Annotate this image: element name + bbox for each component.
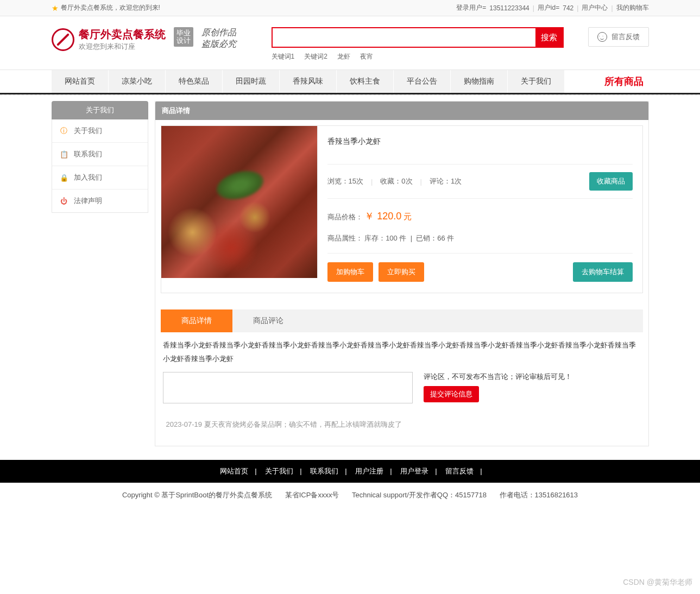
keyword-link[interactable]: 夜宵 [360,52,373,61]
welcome-text: 餐厅外卖点餐系统，欢迎您的到来! [61,3,160,12]
price-value: 120.0 [377,211,401,222]
site-title: 餐厅外卖点餐系统 [79,27,166,42]
buy-now-button[interactable]: 立即购买 [379,262,424,282]
sidebar-item-join[interactable]: 🔒 加入我们 [52,166,148,189]
clipboard-icon: 📋 [60,150,68,159]
divider [0,94,700,96]
sidebar: 关于我们 ⓘ 关于我们 📋 联系我们 🔒 加入我们 ⏻ 法律声明 [52,101,148,446]
nav-bar: 网站首页 凉菜小吃 特色菜品 田园时蔬 香辣风味 饮料主食 平台公告 购物指南 … [0,69,700,94]
nav-spicy[interactable]: 香辣风味 [280,70,336,93]
slogan: 原创作品 盗版必究 [201,27,236,50]
user-center-link[interactable]: 用户中心 [582,3,608,12]
author-phone: 作者电话：13516821613 [500,491,578,499]
logo-area[interactable]: 餐厅外卖点餐系统 欢迎您到来和订座 [52,27,166,52]
fav-count: 0次 [401,177,412,185]
price-row: 商品价格： ￥ 120.0 元 [327,210,633,223]
sidebar-item-contact[interactable]: 📋 联系我们 [52,143,148,166]
sidebar-title: 关于我们 [52,101,148,119]
stock-value: 100 件 [386,234,406,242]
tab-detail[interactable]: 商品详情 [161,309,232,332]
separator: | [533,4,534,12]
tab-comments[interactable]: 商品评论 [232,309,304,332]
footer-info: Copyright © 基于SprintBoot的餐厅外卖点餐系统 某省ICP备… [0,483,700,511]
footer-link[interactable]: 用户登录 [400,467,428,475]
user-id-label: 用户id= [538,3,559,12]
lock-icon: 🔒 [60,173,68,182]
sidebar-item-about[interactable]: ⓘ 关于我们 [52,119,148,143]
views-count: 15次 [349,177,363,185]
copyright: Copyright © 基于SprintBoot的餐厅外卖点餐系统 [122,491,272,499]
nav-vegetable[interactable]: 田园时蔬 [223,70,279,93]
product-image [161,126,318,278]
comment-area: 评论区，不可发布不当言论；评论审核后可见！ 提交评论信息 [163,372,641,403]
sidebar-item-label: 联系我们 [74,149,102,159]
separator: | [611,4,613,12]
product-panel: 香辣当季小龙虾 浏览：15次 | 收藏：0次 | 评论：1次 收藏商品 商品价格… [161,125,643,293]
keyword-link[interactable]: 关键词2 [304,52,327,61]
footer-link[interactable]: 网站首页 [220,467,248,475]
power-icon: ⏻ [60,197,68,205]
sold-value: 66 件 [437,234,454,242]
product-info: 香辣当季小龙虾 浏览：15次 | 收藏：0次 | 评论：1次 收藏商品 商品价格… [318,126,642,293]
nav-announce[interactable]: 平台公告 [394,70,450,93]
separator: | [577,4,578,12]
sidebar-item-label: 加入我们 [74,173,102,182]
content-panel: 商品详情 香辣当季小龙虾 浏览：15次 | 收藏：0次 | 评论：1次 收藏商品… [155,101,649,446]
footer-link[interactable]: 关于我们 [265,467,293,475]
login-user-label: 登录用户= [456,3,486,12]
header: 餐厅外卖点餐系统 欢迎您到来和订座 毕业 设计 原创作品 盗版必究 搜索 关键词… [52,16,649,67]
comment-hint: 评论区，不可发布不当言论；评论审核后可见！ [424,372,641,382]
footer-nav: 网站首页| 关于我们| 联系我们| 用户注册| 用户登录| 留言反馈| [0,460,700,483]
nav-about[interactable]: 关于我们 [508,70,564,93]
attr-row: 商品属性： 库存：100 件 | 已销：66 件 [327,233,633,254]
star-icon: ★ [52,4,59,12]
search-button[interactable]: 搜索 [535,28,563,47]
product-meta: 浏览：15次 | 收藏：0次 | 评论：1次 收藏商品 [327,164,633,199]
nav-home[interactable]: 网站首页 [52,70,108,93]
keyword-link[interactable]: 关键词1 [272,52,295,61]
nav-drinks[interactable]: 饮料主食 [337,70,393,93]
collect-button[interactable]: 收藏商品 [589,172,633,191]
site-subtitle: 欢迎您到来和订座 [79,42,166,52]
comment-textarea[interactable] [163,372,413,403]
badge-box: 毕业 设计 [174,27,193,47]
sidebar-item-legal[interactable]: ⏻ 法律声明 [52,189,148,212]
nav-cold-dishes[interactable]: 凉菜小吃 [109,70,165,93]
icp: 某省ICP备xxxx号 [285,491,339,499]
footer-link[interactable]: 留言反馈 [445,467,474,475]
nav-all-products[interactable]: 所有商品 [604,75,649,88]
add-cart-button[interactable]: 加购物车 [327,262,373,282]
search-area: 搜索 关键词1 关键词2 龙虾 夜宵 [272,27,564,61]
feedback-icon [597,32,607,42]
footer-link[interactable]: 用户注册 [355,467,383,475]
checkout-button[interactable]: 去购物车结算 [573,262,633,282]
top-bar: ★ 餐厅外卖点餐系统，欢迎您的到来! 登录用户=13511223344 | 用户… [0,0,700,16]
sidebar-item-label: 法律声明 [74,196,102,206]
login-user-link[interactable]: 13511223344 [489,4,529,12]
separator: | [420,178,422,186]
feedback-button[interactable]: 留言反馈 [588,27,649,47]
welcome-area: ★ 餐厅外卖点餐系统，欢迎您的到来! [52,3,160,12]
tabs: 商品详情 商品评论 [161,309,643,332]
top-right-links: 登录用户=13511223344 | 用户id=742 | 用户中心 | 我的购… [456,3,648,12]
comment-count: 1次 [451,177,462,185]
nav-special[interactable]: 特色菜品 [166,70,222,93]
footer-link[interactable]: 联系我们 [310,467,338,475]
search-input[interactable] [273,28,535,47]
keyword-link[interactable]: 龙虾 [337,52,350,61]
separator: | [371,178,373,186]
nav-guide[interactable]: 购物指南 [451,70,507,93]
submit-comment-button[interactable]: 提交评论信息 [424,386,479,402]
logo-icon [52,28,74,51]
product-title: 香辣当季小龙虾 [327,137,633,155]
my-cart-link[interactable]: 我的购物车 [616,3,649,12]
main-content: 关于我们 ⓘ 关于我们 📋 联系我们 🔒 加入我们 ⏻ 法律声明 商品详情 [52,101,649,446]
user-id-link[interactable]: 742 [563,4,573,12]
keyword-list: 关键词1 关键词2 龙虾 夜宵 [272,52,564,61]
content-header: 商品详情 [155,102,648,120]
info-icon: ⓘ [60,127,68,135]
existing-comment: 2023-07-19 夏天夜宵烧烤必备菜品啊；确实不错，再配上冰镇啤酒就嗨皮了 [166,420,638,429]
action-row: 加购物车 立即购买 去购物车结算 [327,262,633,282]
tech-support: Technical support/开发作者QQ：45157718 [352,491,487,499]
product-description: 香辣当季小龙虾香辣当季小龙虾香辣当季小龙虾香辣当季小龙虾香辣当季小龙虾香辣当季小… [155,332,648,372]
